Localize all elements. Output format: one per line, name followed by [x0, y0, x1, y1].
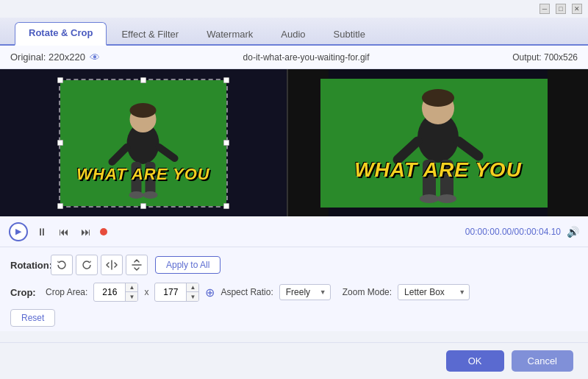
reset-button[interactable]: Reset: [10, 309, 55, 327]
crop-width-up[interactable]: ▲: [126, 283, 137, 292]
original-label: Original: 220x220: [10, 52, 85, 63]
crop-row: Crop: Crop Area: ▲ ▼ x ▲ ▼ ⊕ Aspect Rati…: [10, 283, 578, 302]
eye-icon[interactable]: 👁: [90, 52, 100, 63]
time-total: 00:00:04.10: [514, 227, 561, 237]
crop-width-spinners[interactable]: ▲ ▼: [125, 283, 137, 301]
crop-width-value[interactable]: [94, 285, 125, 300]
minimize-button[interactable]: ─: [539, 4, 550, 14]
playback-bar: ▶ ⏸ ⏮ ⏭ 00:00:00.00/00:00:04.10 🔊: [0, 216, 588, 247]
rotate-cw-button[interactable]: [76, 255, 98, 275]
title-bar: ─ □ ✕: [0, 0, 588, 18]
crosshair-icon[interactable]: ⊕: [205, 286, 215, 300]
skip-forward-button[interactable]: ⏭: [78, 224, 94, 240]
crop-height-spinners[interactable]: ▲ ▼: [186, 283, 198, 301]
handle-top-right[interactable]: [223, 77, 229, 83]
tab-watermark[interactable]: Watermark: [193, 24, 266, 46]
gif-text-left: WHAT ARE YOU: [76, 165, 209, 184]
person-right-svg: [390, 79, 486, 208]
crop-height-input[interactable]: ▲ ▼: [154, 283, 199, 302]
svg-point-8: [143, 191, 158, 199]
handle-bottom-mid[interactable]: [140, 203, 146, 209]
handle-left-mid[interactable]: [57, 140, 63, 146]
apply-all-button[interactable]: Apply to All: [155, 256, 220, 274]
tab-subtitle[interactable]: Subtitle: [320, 24, 379, 46]
handle-bottom-right[interactable]: [223, 203, 229, 209]
skip-back-button[interactable]: ⏮: [56, 224, 72, 240]
crop-width-down[interactable]: ▼: [126, 292, 137, 301]
crop-height-down[interactable]: ▼: [187, 292, 198, 301]
x-separator: x: [144, 287, 148, 297]
handle-bottom-left[interactable]: [57, 203, 63, 209]
svg-point-2: [130, 103, 157, 118]
gif-text-right: WHAT ARE YOU: [354, 158, 522, 182]
gif-right: WHAT ARE YOU: [320, 79, 556, 208]
preview-left: WHAT ARE YOU: [0, 69, 287, 216]
output-label: Output: 700x526: [512, 52, 578, 63]
svg-line-3: [112, 147, 127, 162]
crop-width-input[interactable]: ▲ ▼: [93, 283, 138, 302]
crop-height-up[interactable]: ▲: [187, 283, 198, 292]
flip-horizontal-button[interactable]: [101, 255, 123, 275]
zoom-mode-select-wrap[interactable]: Letter Box Full Screen Pan & Scan ▼: [398, 284, 470, 300]
gif-left-bg: WHAT ARE YOU: [60, 80, 226, 206]
volume-icon[interactable]: 🔊: [567, 226, 579, 238]
person-left-svg: [105, 88, 182, 206]
preview-right: WHAT ARE YOU: [288, 69, 588, 216]
crop-height-value[interactable]: [155, 285, 186, 300]
rotate-ccw-button[interactable]: [51, 255, 73, 275]
pause-button[interactable]: ⏸: [34, 224, 50, 240]
zoom-mode-select[interactable]: Letter Box Full Screen Pan & Scan: [398, 284, 470, 300]
svg-point-11: [422, 89, 454, 107]
info-bar: Original: 220x220 👁 do-it-what-are-you-w…: [0, 46, 588, 69]
filename-label: do-it-what-are-you-waiting-for.gif: [100, 52, 512, 63]
play-button[interactable]: ▶: [9, 222, 28, 241]
record-indicator: [100, 228, 107, 235]
svg-point-16: [420, 194, 439, 203]
time-display: 00:00:00.00/00:00:04.10: [465, 227, 561, 237]
controls-area: Rotation: Apply to All Crop:: [0, 247, 588, 331]
rotation-label: Rotation:: [10, 260, 51, 271]
preview-area: WHAT ARE YOU: [0, 69, 588, 216]
svg-point-7: [129, 191, 144, 199]
aspect-label: Aspect Ratio:: [220, 287, 273, 297]
svg-point-17: [437, 194, 456, 203]
tab-rotate-crop[interactable]: Rotate & Crop: [15, 22, 107, 46]
crop-label: Crop:: [10, 287, 40, 298]
svg-line-12: [398, 141, 417, 160]
crop-frame[interactable]: WHAT ARE YOU: [59, 79, 228, 208]
dark-right-band: [548, 69, 588, 216]
handle-top-mid[interactable]: [140, 77, 146, 83]
flip-vertical-button[interactable]: [126, 255, 148, 275]
handle-right-mid[interactable]: [223, 140, 229, 146]
bottom-bar: OK Cancel: [0, 342, 588, 379]
maximize-button[interactable]: □: [556, 4, 566, 14]
tab-effect-filter[interactable]: Effect & Filter: [108, 24, 192, 46]
cancel-button[interactable]: Cancel: [512, 350, 573, 372]
close-button[interactable]: ✕: [572, 4, 582, 14]
svg-line-4: [159, 147, 175, 158]
tabs-bar: Rotate & Crop Effect & Filter Watermark …: [0, 18, 588, 46]
ok-button[interactable]: OK: [446, 350, 504, 372]
aspect-ratio-select[interactable]: Freely 16:9 4:3 1:1: [279, 284, 331, 300]
zoom-mode-label: Zoom Mode:: [343, 287, 392, 297]
crop-area-label: Crop Area:: [46, 287, 87, 297]
tab-audio[interactable]: Audio: [268, 24, 318, 46]
svg-line-13: [459, 141, 478, 156]
handle-top-left[interactable]: [57, 77, 63, 83]
aspect-ratio-select-wrap[interactable]: Freely 16:9 4:3 1:1 ▼: [279, 284, 331, 300]
original-info: Original: 220x220 👁: [10, 52, 100, 63]
rotation-row: Rotation: Apply to All: [10, 255, 578, 275]
time-current: 00:00:00.00: [465, 227, 512, 237]
